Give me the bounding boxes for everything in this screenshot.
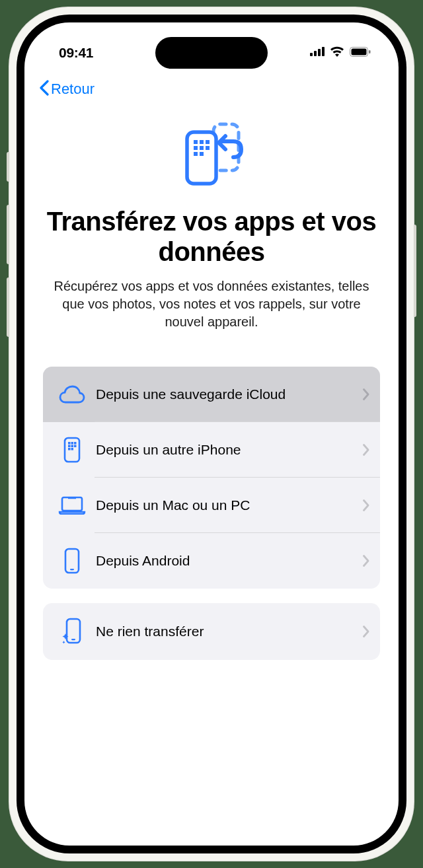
option-label: Depuis Android (88, 553, 363, 569)
svg-rect-20 (74, 442, 77, 445)
svg-rect-25 (71, 448, 74, 451)
chevron-right-icon (363, 622, 369, 642)
chevron-left-icon (39, 79, 50, 99)
svg-rect-19 (71, 442, 74, 445)
svg-rect-8 (187, 132, 216, 184)
svg-rect-18 (68, 442, 71, 445)
nav-bar: Retour (24, 69, 399, 99)
svg-rect-21 (68, 445, 71, 448)
svg-rect-9 (194, 140, 198, 144)
svg-rect-12 (194, 146, 198, 150)
svg-rect-6 (369, 50, 371, 54)
svg-rect-27 (68, 497, 76, 499)
cellular-icon (310, 47, 325, 59)
svg-rect-5 (352, 48, 367, 55)
phone-body: 09:41 Re (17, 15, 406, 853)
phone-sparkle-icon (56, 618, 88, 645)
svg-rect-26 (62, 497, 82, 511)
svg-rect-16 (200, 152, 204, 156)
svg-rect-23 (74, 445, 77, 448)
main-content: Transférez vos apps et vos données Récup… (24, 99, 399, 660)
side-button (7, 205, 9, 264)
option-dont-transfer[interactable]: Ne rien transférer (43, 603, 380, 660)
chevron-right-icon (363, 384, 369, 405)
option-icloud-backup[interactable]: Depuis une sauvegarde iCloud (43, 367, 380, 422)
iphone-grid-icon (56, 437, 88, 463)
svg-rect-1 (314, 51, 317, 56)
chevron-right-icon (363, 551, 369, 571)
page-title: Transférez vos apps et vos données (43, 206, 380, 267)
option-android[interactable]: Depuis Android (43, 533, 380, 589)
svg-rect-0 (310, 53, 313, 56)
side-button (414, 225, 416, 317)
option-label: Depuis un Mac ou un PC (88, 497, 363, 513)
back-button[interactable]: Retour (39, 79, 95, 99)
svg-rect-29 (70, 569, 74, 570)
side-button (7, 152, 9, 182)
phone-screen: 09:41 Re (24, 22, 399, 846)
phone-icon (56, 548, 88, 574)
transfer-hero-icon (43, 118, 380, 190)
option-group-primary: Depuis une sauvegarde iCloud Depuis un a… (43, 367, 380, 589)
battery-icon (350, 47, 371, 59)
phone-frame: 09:41 Re (9, 7, 414, 861)
svg-rect-11 (206, 140, 210, 144)
option-mac-or-pc[interactable]: Depuis un Mac ou un PC (43, 478, 380, 533)
svg-rect-31 (71, 639, 75, 640)
svg-rect-2 (318, 49, 321, 56)
option-label: Depuis un autre iPhone (88, 442, 363, 458)
status-icons (310, 46, 371, 59)
back-label: Retour (51, 81, 95, 98)
wifi-icon (330, 46, 344, 59)
laptop-icon (56, 496, 88, 515)
chevron-right-icon (363, 440, 369, 460)
svg-rect-13 (200, 146, 204, 150)
cloud-icon (56, 385, 88, 404)
svg-rect-3 (322, 47, 325, 56)
status-time: 09:41 (59, 45, 93, 61)
chevron-right-icon (363, 495, 369, 516)
svg-rect-24 (68, 448, 71, 451)
option-group-secondary: Ne rien transférer (43, 603, 380, 660)
svg-rect-15 (194, 152, 198, 156)
svg-rect-10 (200, 140, 204, 144)
option-label: Depuis une sauvegarde iCloud (88, 386, 363, 402)
svg-rect-22 (71, 445, 74, 448)
side-button (7, 277, 9, 337)
option-label: Ne rien transférer (88, 624, 363, 639)
option-another-iphone[interactable]: Depuis un autre iPhone (43, 422, 380, 478)
svg-rect-14 (206, 146, 210, 150)
page-subtitle: Récupérez vos apps et vos données exista… (43, 277, 380, 331)
dynamic-island (155, 37, 268, 69)
